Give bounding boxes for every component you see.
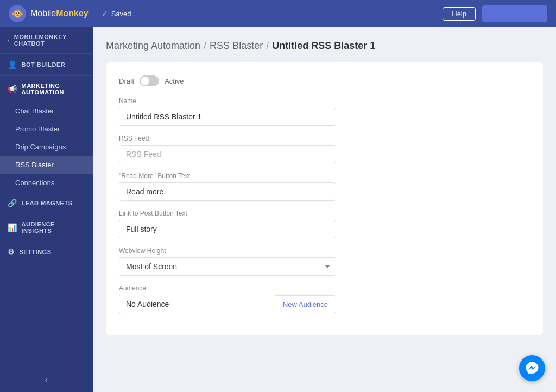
- audience-insights-label: AUDIENCE INSIGHTS: [22, 221, 86, 234]
- sidebar-item-promo-blaster[interactable]: Promo Blaster: [0, 120, 93, 138]
- webview-height-label: Webview Height: [119, 247, 530, 255]
- sidebar-item-lead-magnets[interactable]: 🔗 LEAD MAGNETS: [0, 192, 93, 214]
- sidebar-item-connections[interactable]: Connections: [0, 174, 93, 192]
- bot-builder-icon: 👤: [8, 60, 17, 69]
- read-more-input[interactable]: [119, 182, 336, 201]
- saved-label: Saved: [111, 10, 131, 18]
- user-avatar: [482, 5, 547, 22]
- link-to-post-field-group: Link to Post Button Text: [119, 210, 530, 238]
- breadcrumb-current: Untitled RSS Blaster 1: [272, 40, 375, 52]
- saved-indicator: ✓ Saved: [102, 9, 131, 18]
- webview-height-select[interactable]: Most of Screen Full Screen Compact: [119, 257, 336, 276]
- topbar-right: Help: [443, 5, 547, 22]
- new-audience-button[interactable]: New Audience: [275, 295, 336, 313]
- sidebar: ‹ MOBILEMONKEY CHATBOT 👤 BOT BUILDER 📢 M…: [0, 27, 93, 392]
- chatbot-label: MOBILEMONKEY CHATBOT: [14, 34, 85, 47]
- help-button[interactable]: Help: [443, 7, 476, 21]
- lead-magnets-label: LEAD MAGNETS: [22, 200, 73, 206]
- audience-row: New Audience: [119, 295, 336, 313]
- check-icon: ✓: [102, 9, 108, 18]
- audience-label: Audience: [119, 284, 530, 292]
- marketing-icon: 📢: [8, 85, 17, 93]
- draft-active-toggle[interactable]: [140, 75, 159, 86]
- breadcrumb-part1: Marketing Automation: [106, 40, 200, 52]
- chevron-left-icon: ‹: [8, 37, 10, 43]
- sidebar-item-chat-blaster[interactable]: Chat Blaster: [0, 102, 93, 120]
- active-label: Active: [165, 77, 184, 85]
- sidebar-item-drip-campaigns[interactable]: Drip Campaigns: [0, 138, 93, 156]
- sidebar-item-chatbot[interactable]: ‹ MOBILEMONKEY CHATBOT: [0, 27, 93, 53]
- rss-feed-input[interactable]: [119, 145, 336, 163]
- form-card: Draft Active Name RSS Feed "Read More" B…: [106, 62, 543, 335]
- draft-active-toggle-row: Draft Active: [119, 75, 530, 86]
- audience-icon: 📊: [8, 223, 17, 232]
- logo: 🐵 MobileMonkey: [9, 5, 89, 22]
- link-to-post-label: Link to Post Button Text: [119, 210, 530, 217]
- webview-height-field-group: Webview Height Most of Screen Full Scree…: [119, 247, 530, 276]
- rss-feed-field-group: RSS Feed: [119, 135, 530, 163]
- messenger-fab[interactable]: [519, 355, 545, 381]
- breadcrumb-sep1: /: [204, 40, 206, 52]
- name-label: Name: [119, 97, 530, 105]
- content-area: Marketing Automation / RSS Blaster / Unt…: [93, 27, 556, 392]
- marketing-automation-label: MARKETING AUTOMATION: [22, 83, 86, 96]
- breadcrumb-sep2: /: [266, 40, 269, 52]
- read-more-field-group: "Read More" Button Text: [119, 172, 530, 201]
- sidebar-item-rss-blaster[interactable]: RSS Blaster: [0, 156, 93, 174]
- read-more-label: "Read More" Button Text: [119, 172, 530, 180]
- lead-magnets-icon: 🔗: [8, 199, 17, 207]
- sidebar-item-settings[interactable]: ⚙ SETTINGS: [0, 241, 93, 263]
- link-to-post-input[interactable]: [119, 220, 336, 238]
- messenger-icon: [525, 361, 539, 375]
- audience-input[interactable]: [119, 295, 275, 313]
- breadcrumb-part2: RSS Blaster: [210, 40, 263, 52]
- bot-builder-label: BOT BUILDER: [22, 61, 66, 68]
- name-input[interactable]: [119, 108, 336, 126]
- rss-feed-label: RSS Feed: [119, 135, 530, 142]
- audience-field-group: Audience New Audience: [119, 284, 530, 313]
- breadcrumb: Marketing Automation / RSS Blaster / Unt…: [106, 40, 543, 52]
- sidebar-item-bot-builder[interactable]: 👤 BOT BUILDER: [0, 53, 93, 75]
- sidebar-item-audience-insights[interactable]: 📊 AUDIENCE INSIGHTS: [0, 214, 93, 241]
- sidebar-item-marketing-automation[interactable]: 📢 MARKETING AUTOMATION: [0, 75, 93, 102]
- main-layout: ‹ MOBILEMONKEY CHATBOT 👤 BOT BUILDER 📢 M…: [0, 27, 556, 392]
- name-field-group: Name: [119, 97, 530, 126]
- settings-icon: ⚙: [8, 248, 15, 256]
- logo-text: MobileMonkey: [30, 9, 89, 18]
- sidebar-collapse-button[interactable]: ‹: [0, 368, 93, 392]
- logo-icon: 🐵: [9, 5, 26, 22]
- draft-label: Draft: [119, 77, 134, 85]
- settings-label: SETTINGS: [20, 249, 52, 255]
- topbar: 🐵 MobileMonkey ✓ Saved Help: [0, 0, 556, 27]
